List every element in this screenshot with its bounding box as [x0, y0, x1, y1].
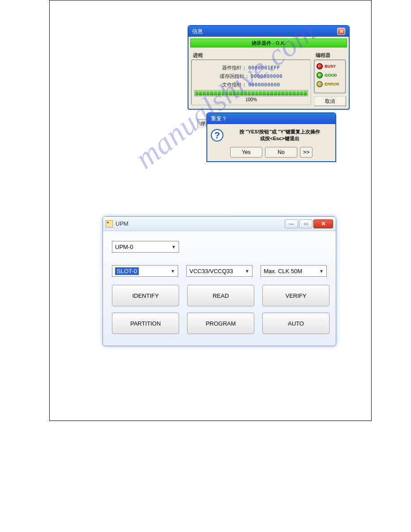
- yes-button[interactable]: Yes: [230, 147, 262, 158]
- identify-button[interactable]: IDENTIFY: [112, 285, 179, 306]
- confirm-body: ? 按 "YES!按钮"或 "Y"键重复上次操作 或按<Esc>键退出 Yes …: [207, 124, 335, 161]
- buffer-pointer-label: 缓存区指针：: [220, 73, 249, 79]
- window-controls: — ▭ ✕: [285, 219, 333, 228]
- chevron-down-icon: ▼: [245, 269, 249, 274]
- buffer-pointer-row: 缓存区指针： 0000000000: [194, 73, 308, 80]
- close-icon[interactable]: ✕: [337, 28, 345, 35]
- led-busy-label: BUSY: [325, 64, 336, 69]
- file-pointer-label: 文件指针：: [222, 82, 247, 87]
- info-titlebar[interactable]: 信息 ✕: [188, 26, 349, 37]
- programmer-panel: 编程器 BUSY GOOD ERROR 取消: [314, 52, 346, 106]
- info-dialog: 信息 ✕ 烧录器件 - O.K. 进程 器件指针： 0000001FFF 缓存区…: [188, 25, 350, 110]
- led-busy-icon: [317, 63, 323, 69]
- question-icon: ?: [211, 129, 223, 142]
- confirm-dialog: 重复？ ? 按 "YES!按钮"或 "Y"键重复上次操作 或按<Esc>键退出 …: [206, 112, 336, 162]
- device-combo-value: UPM-0: [115, 244, 133, 250]
- clk-combo-value: Max. CLK 50M: [264, 268, 302, 275]
- program-button[interactable]: PROGRAM: [187, 313, 254, 334]
- upm-window: UPM — ▭ ✕ UPM-0 ▼ SLOT-0 ▼ VCC33/VCCQ33 …: [103, 216, 336, 346]
- confirm-msg-line1: 按 "YES!按钮"或 "Y"键重复上次操作: [240, 129, 321, 134]
- button-grid: IDENTIFY READ VERIFY PARTITION PROGRAM A…: [112, 285, 327, 334]
- partition-button[interactable]: PARTITION: [112, 313, 179, 334]
- info-body: 进程 器件指针： 0000001FFF 缓存区指针： 0000000000 文件…: [188, 49, 349, 109]
- progress-box: 器件指针： 0000001FFF 缓存区指针： 0000000000 文件指针：…: [191, 60, 311, 105]
- buffer-pointer-value: 0000000000: [251, 73, 283, 79]
- confirm-title-text: 重复？: [211, 116, 227, 122]
- progress-bar: [194, 90, 308, 96]
- confirm-message: 按 "YES!按钮"或 "Y"键重复上次操作 或按<Esc>键退出: [228, 129, 332, 142]
- page-frame: 信息 ✕ 烧录器件 - O.K. 进程 器件指针： 0000001FFF 缓存区…: [49, 0, 372, 421]
- slot-combo[interactable]: SLOT-0 ▼: [112, 265, 178, 277]
- progress-label: 进程: [193, 52, 311, 59]
- slot-combo-value: SLOT-0: [115, 267, 139, 275]
- more-button[interactable]: >>: [300, 147, 313, 158]
- progress-panel: 进程 器件指针： 0000001FFF 缓存区指针： 0000000000 文件…: [191, 52, 311, 106]
- led-error-icon: [317, 81, 323, 87]
- chevron-down-icon: ▼: [171, 269, 175, 274]
- minimize-button[interactable]: —: [285, 219, 298, 228]
- led-good-row: GOOD: [317, 72, 343, 78]
- device-pointer-row: 器件指针： 0000001FFF: [194, 64, 308, 71]
- progress-percent: 100%: [194, 97, 308, 102]
- confirm-titlebar[interactable]: 重复？: [207, 113, 335, 124]
- maximize-button[interactable]: ▭: [299, 219, 313, 228]
- combo-row: SLOT-0 ▼ VCC33/VCCQ33 ▼ Max. CLK 50M ▼: [112, 265, 327, 277]
- confirm-button-row: Yes No >>: [211, 147, 332, 158]
- led-error-row: ERROR: [317, 81, 343, 87]
- confirm-msg-line2: 或按<Esc>键退出: [260, 136, 299, 141]
- upm-title-text: UPM: [116, 220, 128, 227]
- close-button[interactable]: ✕: [313, 219, 333, 228]
- cancel-button[interactable]: 取消: [314, 96, 346, 106]
- file-pointer-row: 文件指针： 0000000000: [194, 82, 308, 88]
- no-button[interactable]: No: [265, 147, 297, 158]
- close-icon: ✕: [321, 220, 326, 227]
- led-box: BUSY GOOD ERROR: [314, 60, 346, 94]
- chevron-down-icon: ▼: [171, 245, 176, 249]
- upm-body: UPM-0 ▼ SLOT-0 ▼ VCC33/VCCQ33 ▼ Max. CLK…: [103, 231, 336, 346]
- maximize-icon: ▭: [304, 221, 308, 226]
- minimize-icon: —: [289, 221, 294, 226]
- verify-button[interactable]: VERIFY: [262, 285, 330, 306]
- vcc-combo[interactable]: VCC33/VCCQ33 ▼: [186, 265, 253, 277]
- device-combo[interactable]: UPM-0 ▼: [112, 241, 179, 253]
- programmer-label: 编程器: [316, 52, 346, 59]
- led-error-label: ERROR: [325, 82, 339, 86]
- info-title-text: 信息: [192, 28, 203, 35]
- chevron-down-icon: ▼: [319, 269, 324, 274]
- device-pointer-value: 0000001FFF: [248, 65, 280, 71]
- confirm-message-row: ? 按 "YES!按钮"或 "Y"键重复上次操作 或按<Esc>键退出: [211, 129, 332, 142]
- auto-button[interactable]: AUTO: [262, 313, 330, 334]
- upm-titlebar[interactable]: UPM — ▭ ✕: [103, 217, 336, 231]
- file-pointer-value: 0000000000: [248, 82, 280, 88]
- device-pointer-label: 器件指针：: [222, 65, 247, 70]
- read-button[interactable]: READ: [187, 285, 254, 306]
- status-ok-bar: 烧录器件 - O.K.: [190, 39, 347, 47]
- vcc-combo-value: VCC33/VCCQ33: [189, 268, 233, 275]
- led-good-icon: [317, 72, 323, 78]
- upm-app-icon: [106, 220, 113, 227]
- led-good-label: GOOD: [325, 73, 337, 77]
- clk-combo[interactable]: Max. CLK 50M ▼: [261, 265, 327, 277]
- led-busy-row: BUSY: [317, 63, 343, 69]
